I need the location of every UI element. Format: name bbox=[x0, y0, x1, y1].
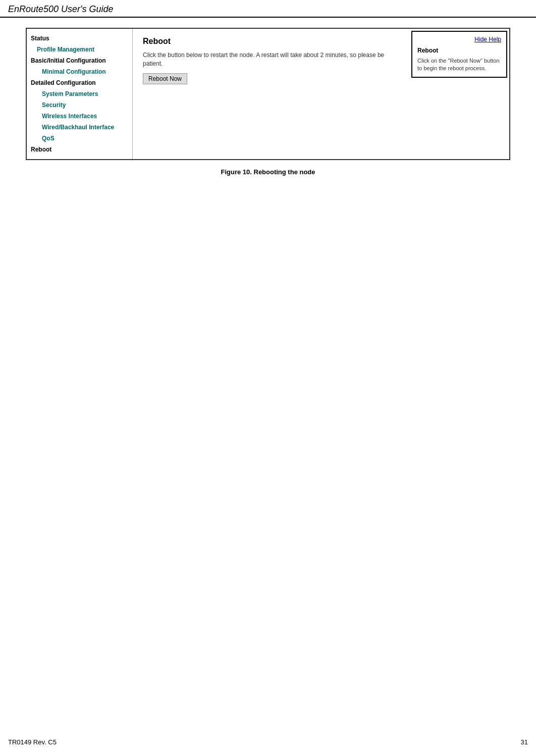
sidebar-item-minimal-configuration[interactable]: Minimal Configuration bbox=[27, 66, 132, 77]
sidebar-item-profile-management[interactable]: Profile Management bbox=[27, 44, 132, 55]
sidebar-item-security[interactable]: Security bbox=[27, 99, 132, 111]
figure-caption: Figure 10. Rebooting the node bbox=[8, 168, 528, 176]
page-footer: TR0149 Rev. C5 31 bbox=[8, 738, 528, 746]
help-panel: Hide Help Reboot Click on the "Reboot No… bbox=[411, 31, 507, 78]
sidebar-item-detailed-configuration[interactable]: Detailed Configuration bbox=[27, 77, 132, 88]
sidebar-item-wireless-interfaces[interactable]: Wireless Interfaces bbox=[27, 111, 132, 122]
sidebar-item-system-parameters[interactable]: System Parameters bbox=[27, 88, 132, 99]
sidebar: StatusProfile ManagementBasic/Initial Co… bbox=[27, 29, 133, 159]
reboot-description: Click the button below to restart the no… bbox=[143, 51, 399, 68]
help-heading: Reboot bbox=[417, 47, 501, 54]
sidebar-item-status[interactable]: Status bbox=[27, 33, 132, 44]
page-body: StatusProfile ManagementBasic/Initial Co… bbox=[0, 18, 536, 186]
sidebar-item-qos[interactable]: QoS bbox=[27, 133, 132, 144]
hide-help-link[interactable]: Hide Help bbox=[417, 36, 501, 43]
content-area: Reboot Click the button below to restart… bbox=[133, 29, 509, 159]
footer-left: TR0149 Rev. C5 bbox=[8, 738, 57, 746]
page-header: EnRoute500 User's Guide bbox=[0, 0, 536, 18]
sidebar-item-basic-initial-config[interactable]: Basic/Initial Configuration bbox=[27, 55, 132, 66]
footer-right: 31 bbox=[521, 738, 528, 746]
reboot-heading: Reboot bbox=[143, 37, 399, 46]
reboot-now-button[interactable]: Reboot Now bbox=[143, 73, 187, 84]
main-content: Reboot Click the button below to restart… bbox=[133, 29, 409, 159]
ui-frame: StatusProfile ManagementBasic/Initial Co… bbox=[26, 28, 510, 160]
page-title: EnRoute500 User's Guide bbox=[8, 4, 528, 15]
sidebar-item-wired-backhaul-interface[interactable]: Wired/Backhaul Interface bbox=[27, 122, 132, 133]
help-description: Click on the "Reboot Now" button to begi… bbox=[417, 57, 501, 73]
sidebar-item-reboot[interactable]: Reboot bbox=[27, 144, 132, 155]
